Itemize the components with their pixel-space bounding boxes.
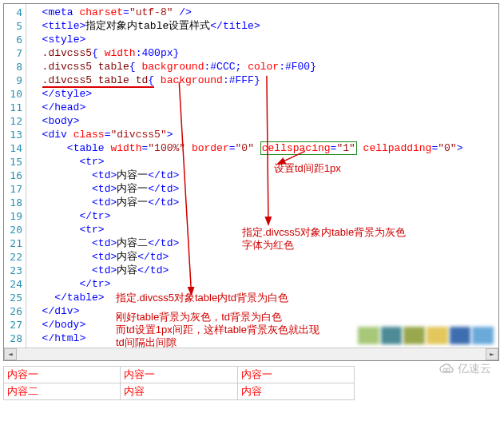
- code-line[interactable]: <td>内容</td>: [30, 264, 495, 277]
- blur-chip: [427, 327, 448, 344]
- table-cell: 内容: [121, 383, 236, 399]
- blur-chip: [358, 327, 379, 344]
- code-line[interactable]: <td>内容一</td>: [30, 182, 495, 196]
- line-number: 4: [6, 6, 22, 19]
- table-row: 内容一内容一内容一: [4, 367, 354, 383]
- code-line[interactable]: </div>: [30, 304, 495, 318]
- line-number: 18: [6, 196, 22, 209]
- code-line[interactable]: <style>: [30, 33, 495, 46]
- table-cell: 内容: [238, 383, 354, 399]
- line-number: 9: [6, 73, 22, 87]
- code-line[interactable]: <td>内容</td>: [30, 250, 495, 264]
- line-number: 13: [6, 128, 22, 141]
- line-number: 17: [6, 182, 22, 196]
- svg-point-4: [446, 368, 450, 371]
- code-line[interactable]: </tr>: [30, 209, 495, 223]
- blur-chip: [472, 327, 494, 344]
- line-number: 10: [6, 87, 22, 101]
- line-number: 20: [6, 223, 22, 236]
- code-area: 4567891011121314151617181920212223242526…: [4, 4, 498, 348]
- code-line[interactable]: <title>指定对象内table设置样式</title>: [30, 19, 495, 33]
- table-cell: 内容一: [121, 367, 236, 383]
- code-line[interactable]: <tr>: [30, 223, 495, 236]
- cloud-icon: [439, 363, 454, 375]
- line-number: 16: [6, 169, 22, 182]
- rendered-preview: 内容一内容一内容一内容二内容内容 亿速云: [3, 366, 499, 400]
- line-number: 27: [6, 318, 22, 332]
- line-number: 11: [6, 101, 22, 114]
- line-number: 8: [6, 60, 22, 73]
- code-line[interactable]: <td>内容一</td>: [30, 196, 495, 209]
- line-number: 12: [6, 114, 22, 128]
- line-number: 25: [6, 291, 22, 304]
- code-line[interactable]: <table width="100%" border="0" cellspaci…: [30, 141, 495, 155]
- line-number: 7: [6, 46, 22, 60]
- code-line[interactable]: </head>: [30, 101, 495, 114]
- watermark: 亿速云: [439, 362, 491, 376]
- code-line[interactable]: .divcss5 table td{ background:#FFF}: [30, 73, 495, 87]
- editor-frame: 4567891011121314151617181920212223242526…: [3, 3, 499, 361]
- scroll-left-button[interactable]: ◄: [4, 348, 17, 360]
- table-cell: 内容一: [238, 367, 354, 383]
- code-line[interactable]: <meta charset="utf-8" />: [30, 6, 495, 19]
- code-line[interactable]: </style>: [30, 87, 495, 101]
- line-number: 22: [6, 250, 22, 264]
- code-line[interactable]: .divcss5{ width:400px}: [30, 46, 495, 60]
- blur-chip: [450, 327, 471, 344]
- code-line[interactable]: <div class="divcss5">: [30, 128, 495, 141]
- line-number: 21: [6, 236, 22, 250]
- blur-chip: [403, 327, 425, 344]
- line-number: 23: [6, 264, 22, 277]
- blurred-graphic-strip: [358, 327, 494, 344]
- line-number: 6: [6, 33, 22, 46]
- table-row: 内容二内容内容: [4, 383, 354, 399]
- svg-point-3: [443, 368, 446, 371]
- line-number: 19: [6, 209, 22, 223]
- preview-table: 内容一内容一内容一内容二内容内容: [3, 366, 355, 400]
- table-cell: 内容一: [4, 367, 120, 383]
- line-number-gutter: 4567891011121314151617181920212223242526…: [4, 4, 26, 348]
- code-line[interactable]: </table>: [30, 291, 495, 304]
- scroll-right-button[interactable]: ►: [486, 348, 498, 360]
- line-number: 28: [6, 332, 22, 345]
- code-line[interactable]: <td>内容二</td>: [30, 236, 495, 250]
- code-line[interactable]: <tr>: [30, 155, 495, 169]
- horizontal-scrollbar[interactable]: ◄ ►: [4, 348, 498, 360]
- code-content[interactable]: <meta charset="utf-8" /> <title>指定对象内tab…: [26, 4, 498, 348]
- code-line[interactable]: <body>: [30, 114, 495, 128]
- line-number: 26: [6, 304, 22, 318]
- line-number: 15: [6, 155, 22, 169]
- code-line[interactable]: </tr>: [30, 277, 495, 291]
- code-line[interactable]: <td>内容一</td>: [30, 169, 495, 182]
- line-number: 5: [6, 19, 22, 33]
- blur-chip: [381, 327, 403, 344]
- code-line[interactable]: .divcss5 table{ background:#CCC; color:#…: [30, 60, 495, 73]
- line-number: 24: [6, 277, 22, 291]
- table-cell: 内容二: [4, 383, 120, 399]
- watermark-text: 亿速云: [458, 362, 491, 376]
- line-number: 14: [6, 141, 22, 155]
